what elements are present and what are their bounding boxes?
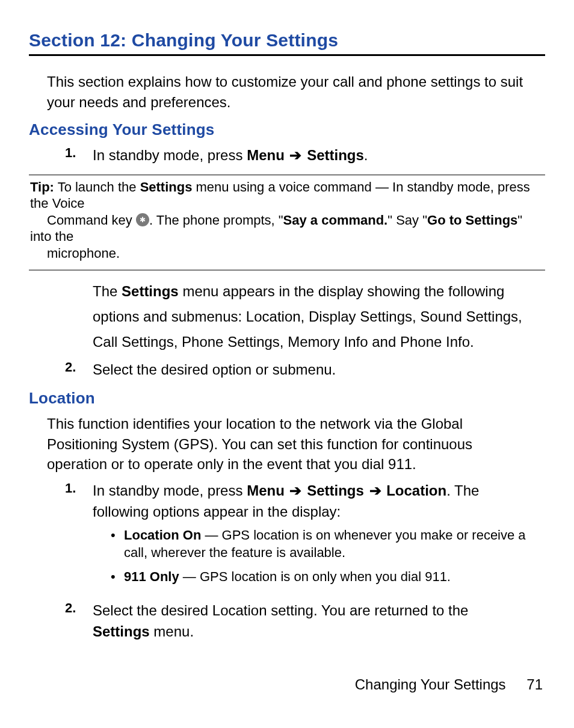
- settings-label: Settings: [122, 283, 179, 299]
- list-item: 911 Only — GPS location is on only when …: [111, 568, 527, 586]
- step-body: Select the desired option or submenu.: [93, 359, 336, 381]
- settings-menu-description: The Settings menu appears in the display…: [93, 279, 527, 355]
- page-number: 71: [526, 676, 543, 692]
- text: " Say ": [387, 213, 427, 228]
- menu-label: Menu: [247, 482, 285, 499]
- step-marker: 1.: [65, 145, 93, 161]
- say-a-command-label: Say a command.: [283, 213, 388, 228]
- location-step-1: 1. In standby mode, press Menu ➔ Setting…: [65, 481, 527, 592]
- text: In standby mode, press: [93, 482, 247, 499]
- arrow-icon: ➔: [288, 481, 303, 502]
- accessing-step-1: 1. In standby mode, press Menu ➔ Setting…: [65, 145, 527, 166]
- voice-command-key-icon: ✱: [136, 213, 149, 226]
- tip-rule-top: [29, 175, 545, 175]
- page-footer: Changing Your Settings 71: [355, 676, 543, 693]
- section-intro: This section explains how to customize y…: [47, 72, 527, 112]
- title-rule: [29, 54, 545, 56]
- tip-rule-bottom: [29, 270, 545, 270]
- list-item: Location On — GPS location is on wheneve…: [111, 526, 527, 562]
- settings-label: Settings: [93, 623, 150, 639]
- location-options-list: Location On — GPS location is on wheneve…: [111, 526, 527, 586]
- step-marker: 2.: [65, 600, 93, 616]
- arrow-icon: ➔: [368, 481, 383, 502]
- section-title: Section 12: Changing Your Settings: [29, 30, 545, 51]
- location-label: Location: [386, 482, 446, 499]
- go-to-settings-label: Go to Settings: [427, 213, 517, 228]
- arrow-icon: ➔: [288, 145, 303, 166]
- tip-line-1: Tip: To launch the Settings menu using a…: [30, 179, 530, 211]
- text: .: [364, 147, 368, 163]
- step-body: In standby mode, press Menu ➔ Settings ➔…: [93, 481, 527, 592]
- tip-line-2: Command key ✱. The phone prompts, "Say a…: [30, 213, 522, 244]
- text: . The phone prompts, ": [149, 213, 283, 228]
- accessing-steps-cont: 2. Select the desired option or submenu.: [65, 359, 527, 381]
- text: menu.: [150, 623, 194, 639]
- text: — GPS location is on only when you dial …: [179, 569, 451, 584]
- tip-block: Tip: To launch the Settings menu using a…: [29, 179, 545, 262]
- text: Command key: [47, 213, 136, 228]
- tip-label: Tip:: [30, 179, 54, 194]
- location-step-2: 2. Select the desired Location setting. …: [65, 600, 527, 642]
- settings-label: Settings: [140, 179, 193, 194]
- option-label: 911 Only: [124, 569, 179, 584]
- text: Select the desired Location setting. You…: [93, 602, 468, 618]
- step-marker: 1.: [65, 481, 93, 496]
- accessing-steps: 1. In standby mode, press Menu ➔ Setting…: [65, 145, 527, 166]
- location-heading: Location: [29, 389, 545, 408]
- location-steps: 1. In standby mode, press Menu ➔ Setting…: [65, 481, 527, 642]
- accessing-heading: Accessing Your Settings: [29, 120, 545, 139]
- accessing-step-2: 2. Select the desired option or submenu.: [65, 359, 527, 381]
- page-container: Section 12: Changing Your Settings This …: [0, 0, 574, 728]
- tip-line-3: microphone.: [47, 246, 120, 261]
- step-body: In standby mode, press Menu ➔ Settings.: [93, 145, 368, 166]
- settings-label: Settings: [307, 147, 364, 163]
- step-marker: 2.: [65, 359, 93, 375]
- location-intro: This function identifies your location t…: [47, 414, 527, 474]
- footer-title: Changing Your Settings: [355, 676, 506, 692]
- menu-label: Menu: [247, 147, 285, 163]
- step-body: Select the desired Location setting. You…: [93, 600, 527, 642]
- option-label: Location On: [124, 527, 201, 543]
- settings-label: Settings: [307, 482, 364, 499]
- text: To launch the: [54, 179, 140, 194]
- text: In standby mode, press: [93, 147, 247, 163]
- text: The: [93, 283, 122, 299]
